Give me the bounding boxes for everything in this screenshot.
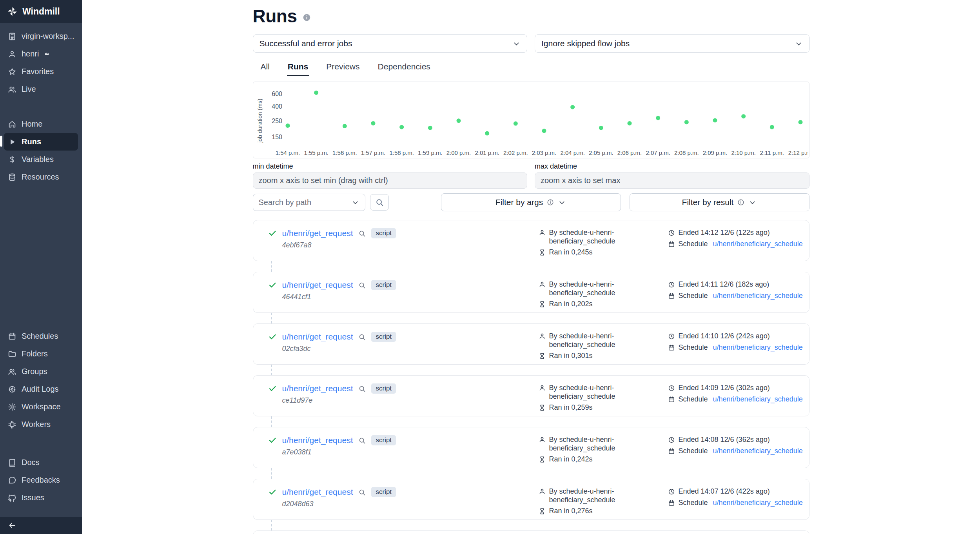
user-icon <box>539 332 546 340</box>
run-schedule-label: Schedule <box>679 499 708 507</box>
run-card[interactable]: u/henri/get_request script By schedule-u… <box>253 530 809 534</box>
sidebar-item-label: Runs <box>22 137 41 146</box>
skipped-flow-select[interactable]: Ignore skipped flow jobs <box>535 35 809 53</box>
min-datetime-col: min datetime <box>253 162 528 189</box>
filter-by-result-button[interactable]: Filter by result <box>630 193 809 211</box>
run-path-link[interactable]: u/henri/get_request <box>282 384 353 393</box>
run-path-link[interactable]: u/henri/get_request <box>282 436 353 445</box>
run-duration-row: Ran in 0,202s <box>539 300 668 308</box>
run-ended: Ended 14:12 12/6 (122s ago) <box>679 229 770 237</box>
run-schedule-link[interactable]: u/henri/beneficiary_schedule <box>713 292 803 300</box>
sidebar-item-live[interactable]: Live <box>4 80 78 98</box>
sidebar-item-resources[interactable]: Resources <box>4 168 78 186</box>
run-duration: Ran in 0,259s <box>549 403 593 412</box>
sidebar-item-docs[interactable]: Docs <box>4 454 78 471</box>
run-path-link[interactable]: u/henri/get_request <box>282 332 353 341</box>
svg-text:2:11 p.m.: 2:11 p.m. <box>760 149 784 156</box>
info-icon[interactable] <box>303 13 311 22</box>
calendar-icon <box>668 499 675 507</box>
run-card-left: u/henri/get_request script 46441cf1 <box>268 280 539 312</box>
run-schedule-link[interactable]: u/henri/beneficiary_schedule <box>713 395 803 403</box>
play-icon <box>8 138 16 146</box>
run-schedule-link[interactable]: u/henri/beneficiary_schedule <box>713 240 803 248</box>
run-schedule-link[interactable]: u/henri/beneficiary_schedule <box>713 447 803 455</box>
search-button[interactable] <box>370 194 389 211</box>
svg-text:job duration (ms): job duration (ms) <box>256 98 263 143</box>
run-detail-search-icon[interactable] <box>358 437 366 444</box>
filter-by-args-button[interactable]: Filter by args <box>441 193 621 211</box>
sidebar-main-group: Home Runs Variables Resources <box>0 113 82 220</box>
home-icon <box>8 120 16 129</box>
tab-dependencies[interactable]: Dependencies <box>377 60 431 76</box>
sidebar-item-favorites[interactable]: Favorites <box>4 63 78 80</box>
run-schedule-row: Schedule u/henri/beneficiary_schedule <box>668 447 803 455</box>
search-by-path-select[interactable]: Search by path <box>253 194 365 211</box>
tab-previews[interactable]: Previews <box>325 60 360 76</box>
run-triggered-by-row: By schedule-u-henri-beneficiary_schedule <box>539 332 668 349</box>
sidebar-footer-group: Docs Feedbacks Issues <box>0 451 82 507</box>
tab-runs[interactable]: Runs <box>287 60 309 76</box>
live-icon <box>8 85 16 94</box>
run-ended: Ended 14:07 12/6 (422s ago) <box>679 487 770 496</box>
run-schedule-row: Schedule u/henri/beneficiary_schedule <box>668 292 803 300</box>
sidebar-item-virgin-worksp[interactable]: virgin-worksp... <box>4 27 78 45</box>
sidebar-item-folders[interactable]: Folders <box>4 345 78 363</box>
run-triggered-by: By schedule-u-henri-beneficiary_schedule <box>549 436 633 452</box>
sidebar-item-feedbacks[interactable]: Feedbacks <box>4 471 78 489</box>
clock-icon <box>668 229 675 236</box>
run-detail-search-icon[interactable] <box>358 282 366 289</box>
run-card-left: u/henri/get_request script a7e038f1 <box>268 435 539 468</box>
svg-text:1:57 p.m.: 1:57 p.m. <box>361 149 385 156</box>
search-icon <box>375 198 384 207</box>
search-filter-row: Search by path Filter by args Filter by <box>253 193 809 211</box>
sidebar-item-runs[interactable]: Runs <box>4 133 78 151</box>
calendar-icon <box>668 396 675 403</box>
svg-text:1:58 p.m.: 1:58 p.m. <box>389 149 414 156</box>
user-icon <box>539 281 546 288</box>
success-check-icon <box>268 384 277 393</box>
run-schedule-link[interactable]: u/henri/beneficiary_schedule <box>713 343 803 352</box>
sidebar-item-variables[interactable]: Variables <box>4 151 78 168</box>
audit-icon <box>8 385 16 394</box>
chevron-down-icon <box>795 40 803 48</box>
run-path-link[interactable]: u/henri/get_request <box>282 229 353 238</box>
sidebar-item-home[interactable]: Home <box>4 115 78 133</box>
run-card-left: u/henri/get_request script d2048d63 <box>268 487 539 519</box>
sidebar-item-schedules[interactable]: Schedules <box>4 327 78 345</box>
filter-by-args-label: Filter by args <box>495 198 543 207</box>
app-logo[interactable]: Windmill <box>0 0 82 23</box>
run-path-link[interactable]: u/henri/get_request <box>282 487 353 497</box>
run-card[interactable]: u/henri/get_request script d2048d63 By s… <box>253 479 809 520</box>
run-detail-search-icon[interactable] <box>358 385 366 392</box>
max-datetime-input[interactable] <box>535 173 809 189</box>
run-schedule-link[interactable]: u/henri/beneficiary_schedule <box>713 499 803 507</box>
run-card[interactable]: u/henri/get_request script 02cfa3dc By s… <box>253 323 809 365</box>
sidebar-item-workers[interactable]: Workers <box>4 416 78 433</box>
sidebar-item-workspace[interactable]: Workspace <box>4 398 78 416</box>
sidebar-item-audit-logs[interactable]: Audit Logs <box>4 380 78 398</box>
job-status-select[interactable]: Successful and error jobs <box>253 35 528 53</box>
collapse-sidebar-button[interactable] <box>8 521 16 530</box>
run-card[interactable]: u/henri/get_request script 46441cf1 By s… <box>253 272 809 313</box>
sidebar-item-groups[interactable]: Groups <box>4 363 78 380</box>
worker-icon <box>8 420 16 429</box>
sidebar-item-issues[interactable]: Issues <box>4 489 78 507</box>
run-card-right: Ended 14:11 12/6 (182s ago) Schedule u/h… <box>668 280 803 312</box>
chart[interactable]: job duration (ms)6004002501501:54 p.m.1:… <box>253 82 809 158</box>
sidebar-item-label: henri <box>22 49 39 58</box>
run-schedule-label: Schedule <box>679 240 708 248</box>
run-ended-row: Ended 14:11 12/6 (182s ago) <box>668 280 803 289</box>
run-path-link[interactable]: u/henri/get_request <box>282 280 353 290</box>
tab-all[interactable]: All <box>260 60 270 76</box>
run-detail-search-icon[interactable] <box>358 489 366 496</box>
run-detail-search-icon[interactable] <box>358 230 366 237</box>
min-datetime-input[interactable] <box>253 173 528 189</box>
run-card[interactable]: u/henri/get_request script 4ebf67a8 By s… <box>253 220 809 261</box>
run-triggered-by: By schedule-u-henri-beneficiary_schedule <box>549 487 633 504</box>
run-card[interactable]: u/henri/get_request script ce11d97e By s… <box>253 375 809 416</box>
svg-text:1:59 p.m.: 1:59 p.m. <box>418 149 443 156</box>
sidebar-item-henri[interactable]: henri <box>4 45 78 63</box>
run-duration: Ran in 0,202s <box>549 300 593 308</box>
run-detail-search-icon[interactable] <box>358 333 366 341</box>
run-card[interactable]: u/henri/get_request script a7e038f1 By s… <box>253 427 809 468</box>
